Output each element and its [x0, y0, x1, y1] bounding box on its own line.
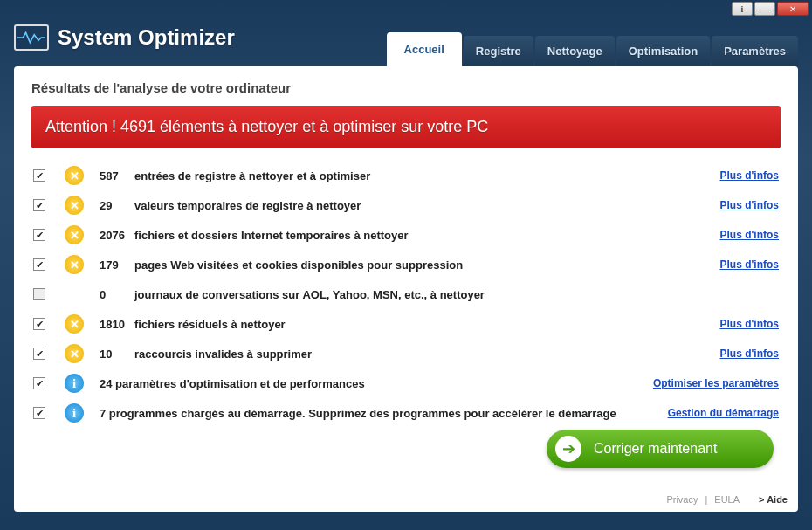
result-checkbox[interactable] [33, 288, 45, 300]
result-description: fichiers et dossiers Internet temporaire… [134, 229, 409, 242]
result-count: 10 [100, 348, 134, 361]
result-description: journaux de conversations sur AOL, Yahoo… [134, 288, 485, 301]
result-checkbox[interactable]: ✔ [33, 407, 45, 419]
tab-optimisation[interactable]: Optimisation [616, 36, 710, 66]
optimize-settings-link[interactable]: Optimiser les paramètres [653, 377, 779, 389]
result-row: ✔2076fichiers et dossiers Internet tempo… [31, 220, 781, 250]
warning-icon [65, 255, 84, 274]
app-logo-icon [14, 24, 49, 51]
result-description: fichiers résiduels à nettoyer [134, 318, 286, 331]
fix-now-button[interactable]: ➔ Corriger maintenant [547, 430, 774, 468]
result-row: ✔24 paramètres d'optimisation et de perf… [31, 368, 781, 398]
result-checkbox[interactable]: ✔ [33, 318, 45, 330]
tab-nettoyage[interactable]: Nettoyage [535, 36, 615, 66]
warning-icon [65, 166, 84, 185]
result-checkbox[interactable]: ✔ [33, 348, 45, 360]
startup-management-link[interactable]: Gestion du démarrage [668, 407, 779, 419]
result-description: pages Web visitées et cookies disponible… [134, 258, 463, 272]
result-count: 2076 [100, 229, 134, 242]
result-description: 7 programmes chargés au démarrage. Suppr… [100, 407, 616, 420]
tab-bar: AccueilRegistreNettoyageOptimisationPara… [387, 32, 798, 66]
titlebar-minimize-button[interactable]: — [754, 2, 775, 16]
app-title-text: System Optimizer [58, 25, 235, 50]
main-panel: Résultats de l'analyse de votre ordinate… [14, 66, 798, 512]
result-description: 24 paramètres d'optimisation et de perfo… [100, 377, 365, 390]
more-info-link[interactable]: Plus d'infos [719, 258, 779, 271]
titlebar-info-button[interactable]: i [732, 2, 753, 16]
tab-accueil[interactable]: Accueil [387, 32, 462, 66]
result-checkbox[interactable]: ✔ [33, 199, 45, 211]
more-info-link[interactable]: Plus d'infos [719, 169, 779, 182]
more-info-link[interactable]: Plus d'infos [719, 318, 779, 330]
result-row: ✔179pages Web visitées et cookies dispon… [31, 250, 781, 279]
result-count: 1810 [100, 318, 134, 331]
result-row: ✔29valeurs temporaires de registre à net… [31, 190, 781, 220]
window-titlebar: i — ✕ [0, 0, 812, 17]
result-row: ✔1810fichiers résiduels à nettoyerPlus d… [31, 309, 781, 339]
warning-icon [65, 314, 84, 334]
result-count: 0 [100, 288, 134, 301]
arrow-right-icon: ➔ [555, 436, 581, 462]
result-description: entrées de registre à nettoyer et à opti… [134, 169, 370, 182]
result-checkbox[interactable]: ✔ [33, 229, 45, 241]
app-title-area: System Optimizer [14, 24, 235, 51]
alert-banner: Attention ! 4691 éléments à nettoyer et … [31, 106, 781, 148]
result-count: 587 [100, 169, 134, 182]
result-description: raccourcis invalides à supprimer [134, 348, 312, 361]
result-row: ✔587entrées de registre à nettoyer et à … [31, 161, 781, 190]
header: System Optimizer AccueilRegistreNettoyag… [0, 17, 812, 66]
result-checkbox[interactable]: ✔ [33, 258, 45, 271]
more-info-link[interactable]: Plus d'infos [719, 229, 779, 241]
result-row: ✔7 programmes chargés au démarrage. Supp… [31, 398, 781, 428]
warning-icon [65, 196, 84, 215]
tab-registre[interactable]: Registre [464, 36, 533, 66]
tab-paramètres[interactable]: Paramètres [712, 36, 798, 66]
warning-icon [65, 344, 84, 363]
info-icon [65, 403, 84, 423]
result-checkbox[interactable]: ✔ [33, 377, 45, 389]
eula-link[interactable]: EULA [714, 494, 740, 505]
more-info-link[interactable]: Plus d'infos [719, 199, 779, 211]
footer: Privacy | EULA > Aide [666, 494, 788, 505]
info-icon [65, 374, 84, 393]
result-description: valeurs temporaires de registre à nettoy… [134, 199, 361, 212]
results-list: ✔587entrées de registre à nettoyer et à … [31, 161, 781, 428]
result-count: 29 [100, 199, 134, 212]
scan-results-heading: Résultats de l'analyse de votre ordinate… [31, 80, 781, 95]
more-info-link[interactable]: Plus d'infos [719, 348, 779, 360]
warning-icon [65, 225, 84, 244]
blank-icon [65, 285, 84, 304]
result-checkbox[interactable]: ✔ [33, 169, 45, 182]
result-row: 0journaux de conversations sur AOL, Yaho… [31, 279, 781, 309]
titlebar-close-button[interactable]: ✕ [777, 2, 809, 16]
result-row: ✔10raccourcis invalides à supprimerPlus … [31, 339, 781, 368]
result-count: 179 [100, 258, 134, 272]
privacy-link[interactable]: Privacy [666, 494, 698, 505]
fix-now-label: Corriger maintenant [594, 441, 717, 457]
help-link[interactable]: > Aide [759, 494, 788, 505]
